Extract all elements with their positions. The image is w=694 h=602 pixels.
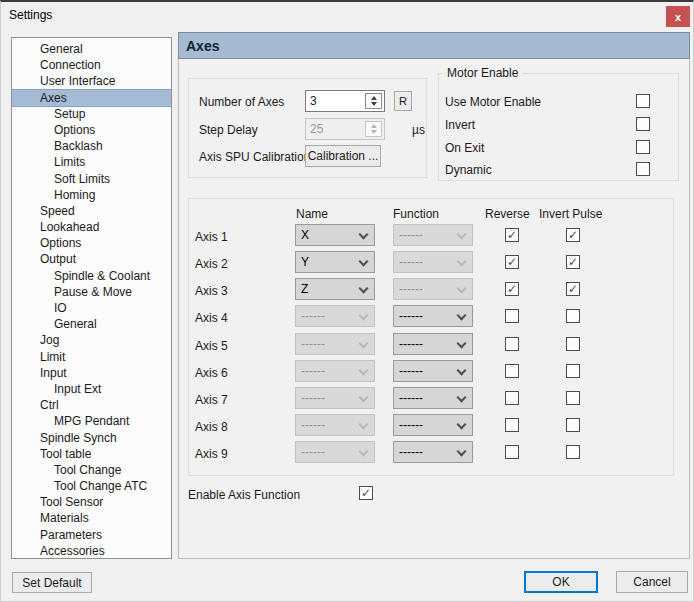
axis-invert-pulse-checkbox[interactable] bbox=[566, 418, 580, 432]
sidebar-item-accessories[interactable]: Accessories bbox=[12, 543, 171, 559]
chevron-down-icon bbox=[359, 447, 369, 457]
sidebar-item-tool-change[interactable]: Tool Change bbox=[12, 462, 171, 478]
sidebar-item-mpg-pendant[interactable]: MPG Pendant bbox=[12, 413, 171, 429]
reset-axes-button[interactable]: R bbox=[394, 91, 412, 111]
axis-reverse-checkbox[interactable]: ✓ bbox=[505, 255, 519, 269]
axis-row: Axis 5 ------ ------ bbox=[189, 333, 673, 360]
name-column-header: Name bbox=[296, 207, 328, 221]
axis-function-select[interactable]: ------ bbox=[393, 360, 473, 382]
motor-enable-checkbox[interactable] bbox=[636, 162, 650, 176]
axis-invert-pulse-checkbox[interactable]: ✓ bbox=[566, 282, 580, 296]
axis-row-label: Axis 5 bbox=[195, 339, 228, 353]
sidebar-item-input-ext[interactable]: Input Ext bbox=[12, 381, 171, 397]
chevron-down-icon bbox=[457, 284, 467, 294]
motor-enable-checkbox[interactable] bbox=[636, 117, 650, 131]
sidebar-item-homing[interactable]: Homing bbox=[12, 187, 171, 203]
sidebar-item-lookahead[interactable]: Lookahead bbox=[12, 219, 171, 235]
sidebar-item-options[interactable]: Options bbox=[12, 235, 171, 251]
sidebar-item-speed[interactable]: Speed bbox=[12, 203, 171, 219]
sidebar-item-ctrl[interactable]: Ctrl bbox=[12, 397, 171, 413]
sidebar-item-backlash[interactable]: Backlash bbox=[12, 138, 171, 154]
sidebar-item-tool-table[interactable]: Tool table bbox=[12, 446, 171, 462]
motor-enable-row: Use Motor Enable bbox=[445, 94, 672, 110]
sidebar-item-tool-sensor[interactable]: Tool Sensor bbox=[12, 494, 171, 510]
ok-button[interactable]: OK bbox=[524, 571, 598, 593]
chevron-down-icon bbox=[457, 447, 467, 457]
axis-reverse-checkbox[interactable] bbox=[505, 337, 519, 351]
axis-reverse-checkbox[interactable]: ✓ bbox=[505, 282, 519, 296]
axis-row-label: Axis 4 bbox=[195, 311, 228, 325]
sidebar-item-parameters[interactable]: Parameters bbox=[12, 527, 171, 543]
cancel-button[interactable]: Cancel bbox=[616, 571, 688, 593]
axis-reverse-checkbox[interactable] bbox=[505, 364, 519, 378]
axis-row: Axis 3 Z ------ ✓ ✓ bbox=[189, 278, 673, 305]
close-button[interactable]: x bbox=[666, 6, 690, 27]
axis-function-select[interactable]: ------ bbox=[393, 414, 473, 436]
motor-enable-checkbox[interactable] bbox=[636, 140, 650, 154]
chevron-down-icon bbox=[457, 338, 467, 348]
page-title: Axes bbox=[186, 38, 219, 54]
sidebar-item-general[interactable]: General bbox=[12, 41, 171, 57]
axis-reverse-checkbox[interactable] bbox=[505, 445, 519, 459]
axis-reverse-checkbox[interactable]: ✓ bbox=[505, 228, 519, 242]
sidebar-item-limits[interactable]: Limits bbox=[12, 154, 171, 170]
axis-row: Axis 2 Y ------ ✓ ✓ bbox=[189, 251, 673, 278]
axis-name-select[interactable]: Y bbox=[295, 251, 375, 273]
sidebar-item-connection[interactable]: Connection bbox=[12, 57, 171, 73]
axis-invert-pulse-checkbox[interactable] bbox=[566, 391, 580, 405]
set-default-button[interactable]: Set Default bbox=[12, 572, 92, 593]
sidebar-item-spindle-synch[interactable]: Spindle Synch bbox=[12, 430, 171, 446]
axis-invert-pulse-checkbox[interactable]: ✓ bbox=[566, 255, 580, 269]
chevron-down-icon bbox=[359, 365, 369, 375]
sidebar-item-soft-limits[interactable]: Soft Limits bbox=[12, 171, 171, 187]
axis-function-select[interactable]: ------ bbox=[393, 441, 473, 463]
axis-function-select[interactable]: ------ bbox=[393, 305, 473, 327]
sidebar-item-materials[interactable]: Materials bbox=[12, 510, 171, 526]
axis-row: Axis 8 ------ ------ bbox=[189, 414, 673, 441]
step-delay-unit: µs bbox=[412, 123, 425, 137]
axis-invert-pulse-checkbox[interactable] bbox=[566, 364, 580, 378]
axis-invert-pulse-checkbox[interactable]: ✓ bbox=[566, 228, 580, 242]
sidebar-item-axes[interactable]: Axes bbox=[12, 90, 171, 106]
sidebar-item-pause-move[interactable]: Pause & Move bbox=[12, 284, 171, 300]
spin-down-icon bbox=[371, 102, 377, 106]
axis-invert-pulse-checkbox[interactable] bbox=[566, 445, 580, 459]
sidebar-item-user-interface[interactable]: User Interface bbox=[12, 73, 171, 89]
sidebar-item-input[interactable]: Input bbox=[12, 365, 171, 381]
calibration-button[interactable]: Calibration ... bbox=[305, 145, 381, 167]
sidebar-item-setup[interactable]: Setup bbox=[12, 106, 171, 122]
axis-function-select[interactable]: ------ bbox=[393, 333, 473, 355]
axis-name-select: ------ bbox=[295, 414, 375, 436]
motor-enable-checkbox[interactable] bbox=[636, 94, 650, 108]
axis-function-select[interactable]: ------ bbox=[393, 387, 473, 409]
axis-row-label: Axis 1 bbox=[195, 230, 228, 244]
axis-reverse-checkbox[interactable] bbox=[505, 309, 519, 323]
number-of-axes-spinner[interactable]: 3 bbox=[305, 90, 385, 112]
chevron-down-icon bbox=[457, 230, 467, 240]
sidebar-item-io[interactable]: IO bbox=[12, 300, 171, 316]
axes-table-headers: Name Function Reverse Invert Pulse bbox=[189, 207, 673, 221]
sidebar-item-output[interactable]: Output bbox=[12, 251, 171, 267]
sidebar-item-spindle-coolant[interactable]: Spindle & Coolant bbox=[12, 268, 171, 284]
axis-row: Axis 7 ------ ------ bbox=[189, 387, 673, 414]
chevron-down-icon bbox=[457, 311, 467, 321]
settings-dialog: Settings x General Connection User Inter… bbox=[0, 0, 694, 602]
sidebar-item-tool-change-atc[interactable]: Tool Change ATC bbox=[12, 478, 171, 494]
axis-reverse-checkbox[interactable] bbox=[505, 391, 519, 405]
axis-name-select[interactable]: Z bbox=[295, 278, 375, 300]
sidebar-item-options[interactable]: Options bbox=[12, 122, 171, 138]
chevron-down-icon bbox=[457, 257, 467, 267]
axis-reverse-checkbox[interactable] bbox=[505, 418, 519, 432]
sidebar-item-limit[interactable]: Limit bbox=[12, 349, 171, 365]
spu-calibration-label: Axis SPU Calibration bbox=[199, 150, 310, 164]
spinner-arrows[interactable] bbox=[365, 93, 382, 109]
axis-row: Axis 6 ------ ------ bbox=[189, 360, 673, 387]
axis-name-select[interactable]: X bbox=[295, 224, 375, 246]
axis-name-select: ------ bbox=[295, 333, 375, 355]
sidebar-item-jog[interactable]: Jog bbox=[12, 332, 171, 348]
enable-axis-function-checkbox[interactable]: ✓ bbox=[359, 486, 373, 500]
title-bar[interactable]: Settings x bbox=[1, 2, 693, 30]
axis-invert-pulse-checkbox[interactable] bbox=[566, 337, 580, 351]
sidebar-item-general[interactable]: General bbox=[12, 316, 171, 332]
axis-invert-pulse-checkbox[interactable] bbox=[566, 309, 580, 323]
